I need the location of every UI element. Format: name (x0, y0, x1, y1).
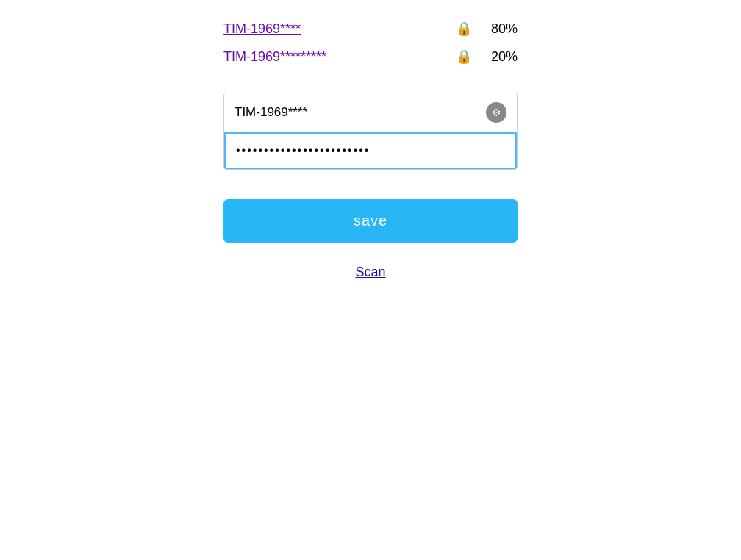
network-percent-2: 20% (481, 49, 518, 65)
network-link-1[interactable]: TIM-1969**** (223, 21, 370, 37)
credential-form: TIM-1969**** ⚙ (223, 93, 518, 170)
ssid-text: TIM-1969**** (235, 105, 307, 120)
network-percent-1: 80% (481, 21, 518, 37)
ssid-row: TIM-1969**** ⚙ (224, 93, 517, 132)
lock-icon-2: 🔒 (456, 49, 472, 65)
password-input[interactable] (224, 132, 517, 169)
network-item-1: TIM-1969**** 🔒 80% (223, 15, 518, 43)
key-icon-symbol: ⚙ (492, 107, 501, 118)
save-button[interactable]: save (223, 199, 518, 243)
key-icon[interactable]: ⚙ (486, 102, 506, 123)
lock-icon-1: 🔒 (456, 21, 472, 37)
network-item-2: TIM-1969********* 🔒 20% (223, 43, 518, 71)
network-link-2[interactable]: TIM-1969********* (223, 49, 370, 65)
scan-button[interactable]: Scan (355, 265, 385, 280)
network-list: TIM-1969**** 🔒 80% TIM-1969********* 🔒 2… (223, 15, 518, 71)
page-container: TIM-1969**** 🔒 80% TIM-1969********* 🔒 2… (0, 0, 741, 560)
